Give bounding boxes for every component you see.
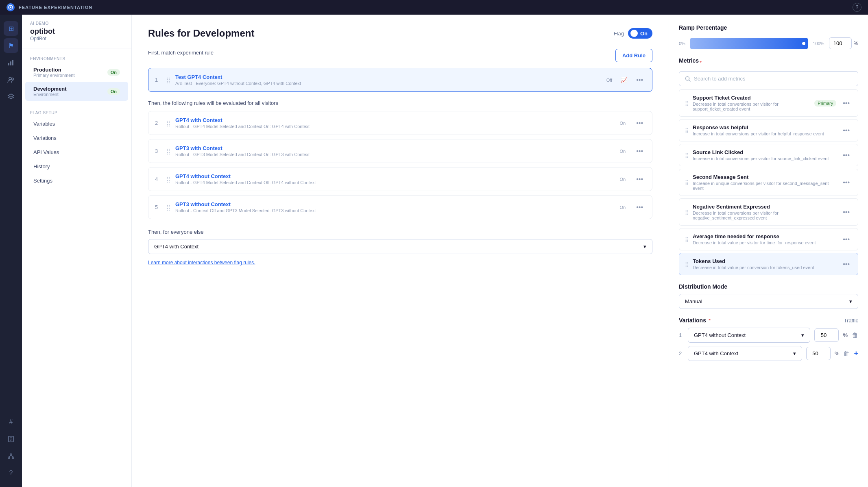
sidebar-item-development[interactable]: Development Environment On <box>25 82 128 101</box>
sidebar-item-production[interactable]: Production Primary environment On <box>25 63 128 82</box>
rule-drag-2[interactable]: ⣿ <box>166 120 170 126</box>
metric-more-2[interactable]: ••• <box>840 126 852 135</box>
flag-toggle[interactable]: On <box>628 28 652 39</box>
rule-name-5: GPT3 without Context <box>175 201 615 207</box>
rule-desc-4: Rollout - GPT4 Model Selected and Contex… <box>175 180 615 185</box>
project-name: optibot <box>30 27 123 36</box>
metric-drag-1[interactable]: ⣿ <box>685 100 689 106</box>
rule-desc-5: Rollout - Context Off and GPT3 Model Sel… <box>175 208 615 213</box>
flag-toggle-area: Flag On <box>614 28 652 39</box>
rule-more-5[interactable]: ••• <box>634 203 646 212</box>
metric-more-3[interactable]: ••• <box>840 151 852 160</box>
distribution-dropdown[interactable]: Manual ▾ <box>679 294 858 309</box>
metric-item-support-ticket: ⣿ Support Ticket Created Decrease in tot… <box>679 89 858 117</box>
metric-drag-7[interactable]: ⣿ <box>685 261 689 267</box>
metric-info-4: Second Message Sent Increase in unique c… <box>693 174 836 191</box>
page-title: Rules for Development <box>148 28 254 39</box>
nav-icon-people[interactable] <box>4 72 18 87</box>
rule-name-3: GPT3 with Context <box>175 145 615 151</box>
metric-more-1[interactable]: ••• <box>840 99 852 108</box>
rule-badge-1: Off <box>606 78 612 83</box>
metric-drag-5[interactable]: ⣿ <box>685 209 689 215</box>
metrics-search-input[interactable] <box>694 76 852 82</box>
variation-select-1[interactable]: GPT4 without Context ▾ <box>688 328 810 343</box>
nav-icon-grid[interactable]: ⊞ <box>4 21 18 36</box>
variations-header: Variations * Traffic <box>679 317 858 324</box>
rule-drag-5[interactable]: ⣿ <box>166 204 170 211</box>
nav-icon-layers[interactable] <box>4 89 18 104</box>
app-title: FEATURE EXPERIMENTATION <box>19 5 92 10</box>
nav-icon-chart[interactable] <box>4 55 18 70</box>
ramp-bar[interactable] <box>690 38 808 49</box>
rule-num-4: 4 <box>155 176 161 182</box>
metric-name-6: Average time needed for response <box>693 233 836 239</box>
variations-title: Variations <box>679 317 706 324</box>
add-rule-button[interactable]: Add Rule <box>615 49 652 62</box>
variation-select-2[interactable]: GPT4 with Context ▾ <box>688 346 802 361</box>
variation-delete-2[interactable]: 🗑 <box>843 350 850 357</box>
sidebar-item-history[interactable]: History <box>25 159 128 174</box>
variation-traffic-2[interactable] <box>806 347 831 360</box>
variation-delete-1[interactable]: 🗑 <box>852 332 858 339</box>
metric-primary-badge: Primary <box>814 100 836 107</box>
environments-title: Environments <box>22 53 131 63</box>
nav-icon-book[interactable] <box>4 432 18 446</box>
metrics-search-container[interactable] <box>679 71 858 86</box>
metric-more-4[interactable]: ••• <box>840 178 852 187</box>
rule-drag-4[interactable]: ⣿ <box>166 176 170 183</box>
ramp-thumb <box>801 41 806 46</box>
rule-more-1[interactable]: ••• <box>634 76 646 85</box>
sidebar-item-api-values[interactable]: API Values <box>25 145 128 159</box>
rule-badge-2: On <box>620 121 626 126</box>
rule-name-1: Test GPT4 Context <box>175 74 602 80</box>
page-header: Rules for Development Flag On <box>148 28 652 39</box>
icon-sidebar: ⊞ ⚑ # <box>0 15 22 487</box>
metric-desc-2: Increase in total conversions per visito… <box>693 131 836 136</box>
chart-icon-1[interactable]: 📈 <box>620 77 627 83</box>
rule-desc-3: Rollout - GPT3 Model Selected and Contex… <box>175 152 615 157</box>
svg-rect-4 <box>12 60 13 65</box>
rule-more-3[interactable]: ••• <box>634 147 646 156</box>
metric-drag-2[interactable]: ⣿ <box>685 128 689 133</box>
rule-desc-1: A/B Test - Everyone: GPT4 without Contex… <box>175 81 602 86</box>
help-button[interactable]: ? <box>853 3 861 12</box>
metric-more-7[interactable]: ••• <box>840 260 852 269</box>
distribution-title: Distribution Mode <box>679 283 858 290</box>
svg-point-13 <box>8 457 10 459</box>
learn-more-link[interactable]: Learn more about interactions between fl… <box>148 260 652 265</box>
nav-icon-hash[interactable]: # <box>4 415 18 429</box>
variation-add-button[interactable]: + <box>854 349 858 358</box>
metric-desc-6: Decrease in total value per visitor for … <box>693 240 836 245</box>
rule-num-1: 1 <box>155 77 161 83</box>
ramp-chart-area: 0% 100% % <box>679 37 858 49</box>
chevron-icon-v2: ▾ <box>793 350 796 357</box>
rule-drag-3[interactable]: ⣿ <box>166 148 170 154</box>
rule-drag-1[interactable]: ⣿ <box>166 77 170 83</box>
rule-more-4[interactable]: ••• <box>634 175 646 184</box>
variation-traffic-1[interactable] <box>814 328 839 342</box>
rule-more-2[interactable]: ••• <box>634 119 646 128</box>
sidebar-item-variables[interactable]: Variables <box>25 117 128 131</box>
main-content: Rules for Development Flag On First, mat… <box>132 15 669 487</box>
metric-more-6[interactable]: ••• <box>840 235 852 244</box>
distribution-value: Manual <box>685 298 702 304</box>
toggle-label: On <box>640 30 648 37</box>
metric-more-5[interactable]: ••• <box>840 208 852 217</box>
nav-icon-flag[interactable]: ⚑ <box>4 38 18 53</box>
metric-item-tokens-used: ⣿ Tokens Used Decrease in total value pe… <box>679 253 858 275</box>
nav-icon-nodes[interactable] <box>4 449 18 463</box>
sidebar-item-variations[interactable]: Variations <box>25 131 128 145</box>
metric-drag-4[interactable]: ⣿ <box>685 180 689 185</box>
metric-name-3: Source Link Clicked <box>693 149 836 155</box>
ramp-input[interactable] <box>829 37 852 49</box>
metric-name-5: Negative Sentiment Expressed <box>693 204 836 210</box>
metric-item-negative-sentiment: ⣿ Negative Sentiment Expressed Decrease … <box>679 198 858 226</box>
metric-info-1: Support Ticket Created Decrease in total… <box>693 95 810 111</box>
everyone-dropdown[interactable]: GPT4 with Context ▾ <box>148 239 652 254</box>
nav-icon-question[interactable]: ? <box>4 466 18 480</box>
sidebar-item-settings[interactable]: Settings <box>25 174 128 188</box>
metric-drag-6[interactable]: ⣿ <box>685 237 689 242</box>
metric-drag-3[interactable]: ⣿ <box>685 152 689 158</box>
first-match-label: First, match experiment rule <box>148 50 214 56</box>
metric-desc-3: Increase in total conversions per visito… <box>693 156 836 161</box>
